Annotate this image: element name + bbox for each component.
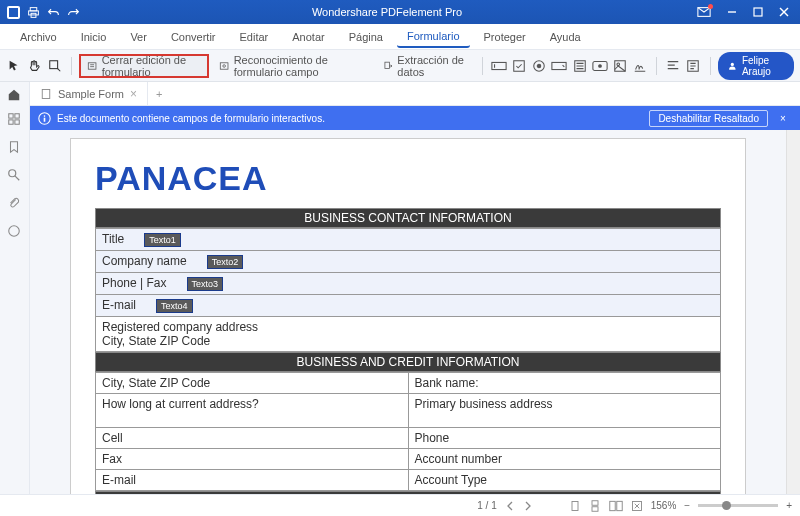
- home-icon[interactable]: [7, 88, 23, 104]
- svg-point-35: [44, 115, 46, 117]
- svg-rect-28: [8, 114, 12, 118]
- view-single-icon[interactable]: [569, 500, 581, 512]
- menu-bar: Archivo Inicio Ver Convertir Editar Anot…: [0, 24, 800, 50]
- close-form-editing-button[interactable]: Cerrar edición de formulario: [79, 54, 209, 78]
- svg-rect-38: [592, 500, 598, 505]
- hand-icon[interactable]: [26, 55, 42, 77]
- properties-icon[interactable]: [685, 55, 701, 77]
- pointer-icon[interactable]: [6, 55, 22, 77]
- disable-highlight-button[interactable]: Deshabilitar Resaltado: [649, 110, 768, 127]
- section-1-header: BUSINESS CONTACT INFORMATION: [95, 208, 721, 228]
- prev-page-icon[interactable]: [505, 501, 515, 511]
- page-indicator[interactable]: 1 / 1: [477, 500, 496, 511]
- tab-close-icon[interactable]: ×: [130, 87, 137, 101]
- menu-anotar[interactable]: Anotar: [282, 27, 334, 47]
- menu-formulario[interactable]: Formulario: [397, 26, 470, 48]
- zoom-slider[interactable]: [698, 504, 778, 507]
- svg-rect-29: [14, 114, 18, 118]
- svg-rect-39: [592, 506, 598, 511]
- window-title: Wondershare PDFelement Pro: [80, 6, 694, 18]
- next-page-icon[interactable]: [523, 501, 533, 511]
- info-banner: Este documento contiene campos de formul…: [30, 106, 800, 130]
- align-icon[interactable]: [665, 55, 681, 77]
- view-facing-icon[interactable]: [609, 500, 623, 512]
- zoom-value[interactable]: 156%: [651, 500, 677, 511]
- left-nav-panel: [0, 106, 30, 494]
- user-pill[interactable]: Felipe Araujo: [718, 52, 794, 80]
- banner-message: Este documento contiene campos de formul…: [57, 113, 325, 124]
- menu-ayuda[interactable]: Ayuda: [540, 27, 591, 47]
- new-tab-button[interactable]: +: [148, 88, 170, 100]
- svg-rect-15: [491, 62, 505, 69]
- thumbnails-icon[interactable]: [7, 112, 23, 128]
- close-button[interactable]: [772, 2, 796, 22]
- svg-point-26: [731, 62, 734, 65]
- svg-rect-40: [610, 501, 615, 510]
- bookmarks-icon[interactable]: [7, 140, 23, 156]
- edit-select-icon[interactable]: [46, 55, 62, 77]
- data-extract-button[interactable]: Extracción de datos: [377, 52, 474, 80]
- svg-rect-10: [49, 60, 57, 68]
- text-field-icon[interactable]: [490, 55, 506, 77]
- fit-page-icon[interactable]: [631, 500, 643, 512]
- menu-proteger[interactable]: Proteger: [474, 27, 536, 47]
- data-extract-label: Extracción de datos: [397, 54, 467, 78]
- section-2-header: BUSINESS AND CREDIT INFORMATION: [95, 352, 721, 372]
- mail-icon[interactable]: [694, 2, 718, 22]
- svg-rect-7: [754, 8, 762, 16]
- zoom-out-button[interactable]: −: [684, 500, 690, 511]
- menu-pagina[interactable]: Página: [339, 27, 393, 47]
- search-icon[interactable]: [7, 168, 23, 184]
- field-recognition-button[interactable]: Reconocimiento de formulario campo: [213, 52, 373, 80]
- banner-close-icon[interactable]: ×: [774, 113, 792, 124]
- close-form-editing-label: Cerrar edición de formulario: [102, 54, 202, 78]
- section-3-header: BUSINESS/TRADE REFERENCES: [95, 491, 721, 494]
- svg-point-33: [8, 226, 19, 237]
- print-icon[interactable]: [26, 5, 40, 19]
- form-field-text4[interactable]: Texto4: [156, 299, 193, 313]
- user-name-label: Felipe Araujo: [742, 55, 784, 77]
- svg-rect-31: [14, 120, 18, 124]
- listbox-icon[interactable]: [571, 55, 587, 77]
- svg-point-24: [617, 62, 620, 65]
- redo-icon[interactable]: [66, 5, 80, 19]
- radio-icon[interactable]: [531, 55, 547, 77]
- zoom-in-button[interactable]: +: [786, 500, 792, 511]
- image-field-icon[interactable]: [612, 55, 628, 77]
- menu-archivo[interactable]: Archivo: [10, 27, 67, 47]
- tab-sample-form[interactable]: Sample Form ×: [30, 82, 148, 105]
- menu-ver[interactable]: Ver: [120, 27, 157, 47]
- info-icon: [38, 112, 51, 125]
- menu-editar[interactable]: Editar: [230, 27, 279, 47]
- svg-point-18: [537, 64, 541, 68]
- side-panel: [0, 82, 30, 106]
- svg-rect-2: [30, 7, 37, 10]
- svg-rect-14: [385, 62, 389, 68]
- form-field-text3[interactable]: Texto3: [187, 277, 224, 291]
- section-1-table: TitleTexto1 Company nameTexto2 Phone | F…: [95, 228, 721, 352]
- maximize-button[interactable]: [746, 2, 770, 22]
- attachments-icon[interactable]: [7, 196, 23, 212]
- form-field-text2[interactable]: Texto2: [207, 255, 244, 269]
- combobox-icon[interactable]: [551, 55, 567, 77]
- checkbox-icon[interactable]: [511, 55, 527, 77]
- section-2-table: City, State ZIP CodeBank name: How long …: [95, 372, 721, 491]
- menu-convertir[interactable]: Convertir: [161, 27, 226, 47]
- status-bar: 1 / 1 156% − +: [0, 494, 800, 516]
- comments-icon[interactable]: [7, 224, 23, 240]
- signature-icon[interactable]: [632, 55, 648, 77]
- button-field-icon[interactable]: [592, 55, 608, 77]
- undo-icon[interactable]: [46, 5, 60, 19]
- minimize-button[interactable]: [720, 2, 744, 22]
- doc-logo: PANACEA: [95, 159, 721, 198]
- menu-inicio[interactable]: Inicio: [71, 27, 117, 47]
- view-continuous-icon[interactable]: [589, 500, 601, 512]
- document-viewport[interactable]: PANACEA BUSINESS CONTACT INFORMATION Tit…: [30, 130, 786, 494]
- tab-label: Sample Form: [58, 88, 124, 100]
- svg-rect-30: [8, 120, 12, 124]
- svg-point-32: [8, 170, 15, 177]
- vertical-scrollbar[interactable]: [786, 130, 800, 494]
- app-icon: [6, 5, 20, 19]
- svg-rect-41: [617, 501, 622, 510]
- form-field-text1[interactable]: Texto1: [144, 233, 181, 247]
